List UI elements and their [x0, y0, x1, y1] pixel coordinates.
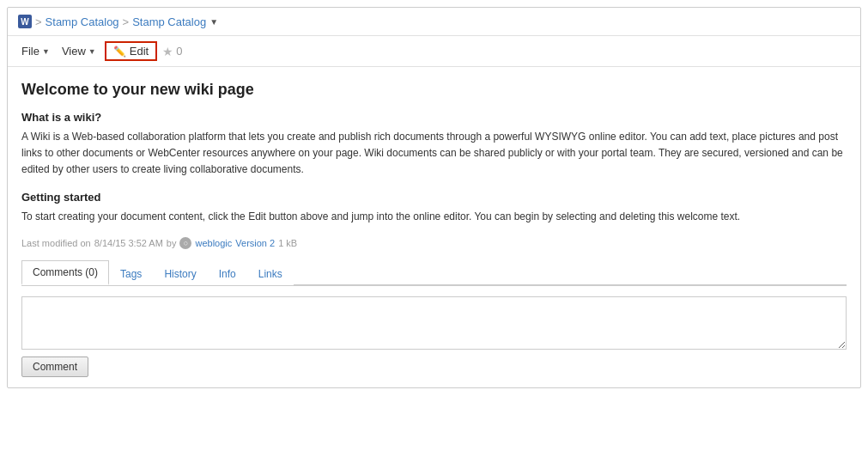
toolbar: File ▼ View ▼ ✏️ Edit ★ 0	[8, 36, 860, 67]
meta-line: Last modified on 8/14/15 3:52 AM by ○ we…	[21, 237, 847, 249]
tab-history[interactable]: History	[153, 262, 207, 285]
file-menu-button[interactable]: File ▼	[18, 43, 53, 59]
comments-section: Comment	[21, 286, 847, 387]
meta-by: by	[167, 238, 177, 248]
file-dropdown-arrow: ▼	[42, 47, 50, 56]
section2-body: To start creating your document content,…	[21, 209, 847, 225]
section2-heading: Getting started	[21, 191, 847, 204]
tab-links[interactable]: Links	[247, 262, 294, 285]
tab-comments[interactable]: Comments (0)	[21, 260, 109, 285]
meta-date: 8/14/15 3:52 AM	[94, 238, 163, 248]
comment-submit-button[interactable]: Comment	[21, 357, 88, 377]
view-dropdown-arrow: ▼	[88, 47, 96, 56]
edit-button[interactable]: ✏️ Edit	[105, 41, 157, 61]
breadcrumb-sep-1: >	[35, 15, 42, 28]
meta-prefix: Last modified on	[21, 238, 91, 248]
meta-version-link[interactable]: Version 2	[235, 238, 275, 248]
file-label: File	[21, 45, 39, 58]
edit-label: Edit	[130, 45, 149, 58]
section1-body: A Wiki is a Web-based collaboration plat…	[21, 129, 847, 179]
star-area: ★ 0	[162, 45, 182, 58]
main-container: W > Stamp Catalog > Stamp Catalog ▼ File…	[7, 7, 861, 388]
pencil-icon: ✏️	[113, 46, 126, 58]
breadcrumb-link-2[interactable]: Stamp Catalog	[132, 15, 206, 28]
comment-textarea[interactable]	[21, 296, 847, 350]
user-icon: ○	[179, 237, 191, 249]
view-label: View	[62, 45, 86, 58]
page-title: Welcome to your new wiki page	[21, 81, 847, 99]
meta-user-link[interactable]: weblogic	[195, 238, 232, 248]
view-menu-button[interactable]: View ▼	[58, 43, 100, 59]
breadcrumb-link-1[interactable]: Stamp Catalog	[46, 15, 119, 28]
breadcrumb-sep-2: >	[123, 15, 130, 28]
tab-info[interactable]: Info	[208, 262, 247, 285]
breadcrumb-dropdown-arrow[interactable]: ▼	[209, 17, 218, 27]
section1-heading: What is a wiki?	[21, 111, 847, 124]
tab-tags[interactable]: Tags	[109, 262, 153, 285]
breadcrumb: W > Stamp Catalog > Stamp Catalog ▼	[8, 8, 860, 36]
logo: W	[18, 15, 32, 28]
tabs-bar: Comments (0) Tags History Info Links	[21, 259, 847, 286]
meta-size: 1 kB	[278, 238, 297, 248]
star-icon[interactable]: ★	[162, 45, 173, 58]
star-count: 0	[176, 45, 182, 58]
content-area: Welcome to your new wiki page What is a …	[8, 67, 860, 387]
